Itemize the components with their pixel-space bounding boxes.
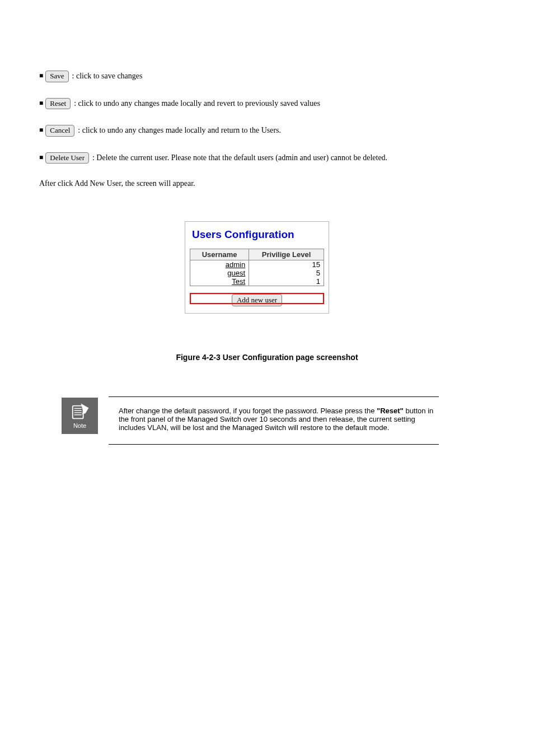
table-row: admin 15 xyxy=(190,260,324,269)
add-new-user-button[interactable]: Add new user xyxy=(232,294,282,306)
user-link[interactable]: admin xyxy=(190,260,249,269)
note-text: After change the default password, if yo… xyxy=(119,407,440,432)
note-icon-svg xyxy=(69,403,91,422)
save-row: ■ Save : click to save changes xyxy=(39,71,387,82)
delete-user-row: ■ Delete User : Delete the current user.… xyxy=(39,152,387,164)
cancel-row: ■ Cancel : click to undo any changes mad… xyxy=(39,125,387,137)
post-buttons-text: After click Add New User, the screen wil… xyxy=(39,179,387,188)
col-username: Username xyxy=(190,249,249,260)
figure-caption: Figure 4-2-3 User Configuration page scr… xyxy=(0,353,534,362)
panel-title: Users Configuration xyxy=(192,228,324,241)
users-table: Username Privilige Level admin 15 guest … xyxy=(190,249,324,286)
bullet: ■ xyxy=(39,153,43,161)
reset-button[interactable]: Reset xyxy=(45,98,71,110)
reset-desc: : click to undo any changes made locally… xyxy=(74,99,320,108)
bullet: ■ xyxy=(39,126,43,134)
table-row: guest 5 xyxy=(190,269,324,277)
note-icon: Note xyxy=(62,398,98,434)
users-config-panel: Users Configuration Username Privilige L… xyxy=(185,221,329,314)
save-button[interactable]: Save xyxy=(45,71,68,82)
add-user-wrap: Add new user xyxy=(190,294,324,306)
divider xyxy=(109,396,439,397)
cancel-button[interactable]: Cancel xyxy=(45,125,74,137)
button-descriptions: ■ Save : click to save changes ■ Reset :… xyxy=(39,71,387,204)
user-level: 15 xyxy=(249,260,324,269)
user-level: 1 xyxy=(249,277,324,286)
reset-row: ■ Reset : click to undo any changes made… xyxy=(39,98,387,110)
user-link[interactable]: guest xyxy=(190,269,249,277)
table-row-highlighted: Test 1 xyxy=(190,277,324,286)
divider xyxy=(109,444,439,445)
delete-user-desc: : Delete the current user. Please note t… xyxy=(92,153,387,162)
cancel-desc: : click to undo any changes made locally… xyxy=(78,126,281,135)
save-desc: : click to save changes xyxy=(72,72,143,81)
user-link[interactable]: Test xyxy=(190,277,249,286)
note-label: Note xyxy=(73,422,86,429)
bullet: ■ xyxy=(39,99,43,107)
svg-rect-0 xyxy=(72,406,83,419)
delete-user-button[interactable]: Delete User xyxy=(45,152,89,164)
user-level: 5 xyxy=(249,269,324,277)
bullet: ■ xyxy=(39,72,43,80)
col-privilege: Privilige Level xyxy=(249,249,324,260)
